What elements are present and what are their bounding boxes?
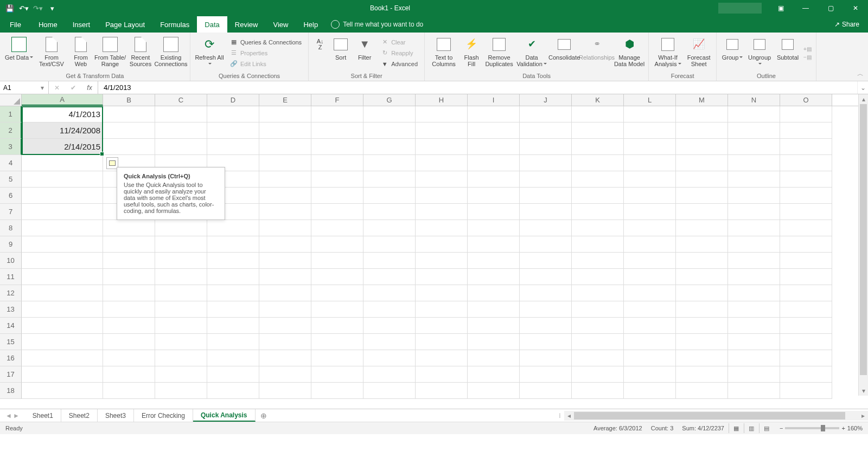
cell-j11[interactable] [520,269,572,285]
cell-d10[interactable] [207,253,259,269]
cell-i18[interactable] [468,383,520,399]
cell-l13[interactable] [624,301,676,318]
cell-j4[interactable] [520,155,572,171]
cell-b16[interactable] [103,350,155,366]
cell-g1[interactable] [363,106,416,122]
cell-m10[interactable] [676,253,728,269]
cell-m16[interactable] [676,350,728,366]
cell-g10[interactable] [363,253,416,269]
cell-h8[interactable] [416,220,468,236]
cell-a5[interactable] [22,171,103,188]
cell-c11[interactable] [155,269,207,285]
cell-k9[interactable] [572,236,624,253]
cell-e4[interactable] [259,155,311,171]
cell-e2[interactable] [259,122,311,139]
cell-f17[interactable] [311,366,363,383]
cell-c16[interactable] [155,350,207,366]
cell-d18[interactable] [207,383,259,399]
cell-e5[interactable] [259,171,311,188]
cell-k10[interactable] [572,253,624,269]
cell-m4[interactable] [676,155,728,171]
cell-o12[interactable] [780,285,832,301]
cell-o17[interactable] [780,366,832,383]
cell-k2[interactable] [572,122,624,139]
cell-j12[interactable] [520,285,572,301]
cell-f5[interactable] [311,171,363,188]
row-header-7[interactable]: 7 [0,204,22,220]
cell-h9[interactable] [416,236,468,253]
col-header-j[interactable]: J [520,94,572,106]
cell-b2[interactable] [103,122,155,139]
cell-d11[interactable] [207,269,259,285]
cell-h11[interactable] [416,269,468,285]
clear-filter-button[interactable]: ✕Clear [379,37,419,47]
cell-e7[interactable] [259,204,311,220]
zoom-control[interactable]: − + 160% [774,425,863,431]
cell-o15[interactable] [780,334,832,350]
cell-h13[interactable] [416,301,468,318]
cell-f13[interactable] [311,301,363,318]
cell-m3[interactable] [676,139,728,155]
cell-o2[interactable] [780,122,832,139]
subtotal-button[interactable]: Subtotal [774,35,801,72]
cell-i14[interactable] [468,318,520,334]
cell-n8[interactable] [728,220,780,236]
cell-o5[interactable] [780,171,832,188]
existing-connections-button[interactable]: Existing Connections [155,35,187,72]
cell-g13[interactable] [363,301,416,318]
cell-n7[interactable] [728,204,780,220]
tab-help[interactable]: Help [296,16,326,33]
cell-m7[interactable] [676,204,728,220]
cell-d8[interactable] [207,220,259,236]
cell-i5[interactable] [468,171,520,188]
cell-m1[interactable] [676,106,728,122]
cell-h15[interactable] [416,334,468,350]
cell-a6[interactable] [22,188,103,204]
cell-b13[interactable] [103,301,155,318]
col-header-k[interactable]: K [572,94,624,106]
cell-m2[interactable] [676,122,728,139]
row-header-11[interactable]: 11 [0,269,22,285]
cell-k14[interactable] [572,318,624,334]
cell-e16[interactable] [259,350,311,366]
row-header-3[interactable]: 3 [0,139,22,155]
cell-a16[interactable] [22,350,103,366]
cell-g12[interactable] [363,285,416,301]
zoom-level[interactable]: 160% [847,425,863,431]
cell-f12[interactable] [311,285,363,301]
cell-l7[interactable] [624,204,676,220]
cell-g15[interactable] [363,334,416,350]
cell-f1[interactable] [311,106,363,122]
col-header-n[interactable]: N [728,94,780,106]
vertical-scrollbar[interactable]: ▴ ▾ [858,106,868,396]
cell-l4[interactable] [624,155,676,171]
cell-k5[interactable] [572,171,624,188]
cell-c10[interactable] [155,253,207,269]
cell-l14[interactable] [624,318,676,334]
row-header-5[interactable]: 5 [0,171,22,188]
cell-n13[interactable] [728,301,780,318]
col-header-g[interactable]: G [363,94,416,106]
cell-l6[interactable] [624,188,676,204]
cell-e8[interactable] [259,220,311,236]
scroll-right-icon[interactable]: ▸ [858,412,868,420]
cell-l11[interactable] [624,269,676,285]
name-box-input[interactable] [0,81,38,94]
cell-n6[interactable] [728,188,780,204]
cell-c13[interactable] [155,301,207,318]
refresh-all-button[interactable]: ⟳Refresh All [194,35,225,72]
cell-b17[interactable] [103,366,155,383]
cell-n17[interactable] [728,366,780,383]
cell-o10[interactable] [780,253,832,269]
relationships-button[interactable]: ⚭Relationships [581,35,612,72]
cell-j7[interactable] [520,204,572,220]
cell-d17[interactable] [207,366,259,383]
cell-j1[interactable] [520,106,572,122]
hide-detail-icon[interactable]: −▤ [802,54,813,61]
cell-f14[interactable] [311,318,363,334]
cell-a18[interactable] [22,383,103,399]
enter-formula-icon[interactable]: ✔ [65,84,81,92]
tell-me-search[interactable]: Tell me what you want to do [326,16,429,33]
cell-m11[interactable] [676,269,728,285]
cell-f11[interactable] [311,269,363,285]
